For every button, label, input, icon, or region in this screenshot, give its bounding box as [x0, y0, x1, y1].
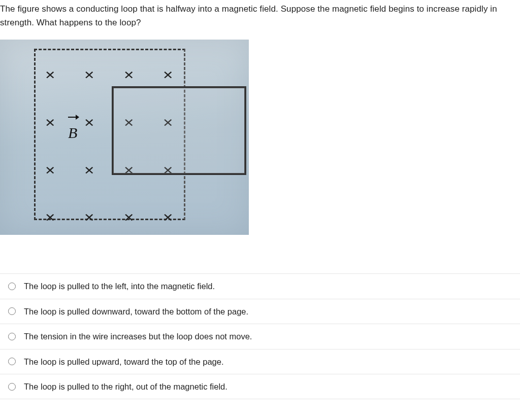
answer-text: The loop is pulled to the right, out of … — [24, 380, 228, 393]
answer-option[interactable]: The tension in the wire increases but th… — [0, 324, 520, 349]
question-text: The figure shows a conducting loop that … — [0, 0, 520, 40]
answer-text: The tension in the wire increases but th… — [24, 330, 252, 343]
answer-option[interactable]: The loop is pulled upward, toward the to… — [0, 349, 520, 374]
answer-text: The loop is pulled downward, toward the … — [24, 305, 248, 318]
conducting-loop — [112, 86, 246, 175]
x-mark-icon: ✕ — [121, 208, 137, 227]
physics-figure: ✕ ✕ ✕ ✕ ✕ ✕ ✕ ✕ ✕ ✕ ✕ ✕ ✕ ✕ ✕ ✕ B — [0, 40, 249, 235]
x-mark-icon: ✕ — [43, 208, 58, 227]
x-mark-icon: ✕ — [160, 208, 176, 227]
answer-list: The loop is pulled to the left, into the… — [0, 273, 520, 399]
x-mark-icon: ✕ — [43, 161, 58, 180]
x-mark-icon: ✕ — [160, 66, 176, 85]
radio-icon[interactable] — [8, 333, 16, 340]
x-mark-icon: ✕ — [82, 208, 97, 227]
x-mark-icon: ✕ — [43, 114, 58, 132]
x-mark-icon: ✕ — [121, 66, 137, 85]
answer-option[interactable]: The loop is pulled to the right, out of … — [0, 374, 520, 399]
radio-icon[interactable] — [8, 307, 16, 315]
vector-arrow-icon — [68, 115, 79, 120]
x-mark-icon: ✕ — [82, 114, 97, 132]
x-mark-icon: ✕ — [82, 66, 97, 85]
answer-option[interactable]: The loop is pulled to the left, into the… — [0, 274, 520, 299]
x-mark-icon: ✕ — [82, 161, 97, 180]
answer-text: The loop is pulled upward, toward the to… — [24, 355, 224, 368]
answer-option[interactable]: The loop is pulled downward, toward the … — [0, 299, 520, 324]
magnetic-field-label: B — [68, 121, 77, 145]
x-mark-icon: ✕ — [43, 66, 58, 85]
radio-icon[interactable] — [8, 358, 16, 365]
radio-icon[interactable] — [8, 383, 16, 391]
radio-icon[interactable] — [8, 283, 16, 290]
answer-text: The loop is pulled to the left, into the… — [24, 279, 215, 293]
